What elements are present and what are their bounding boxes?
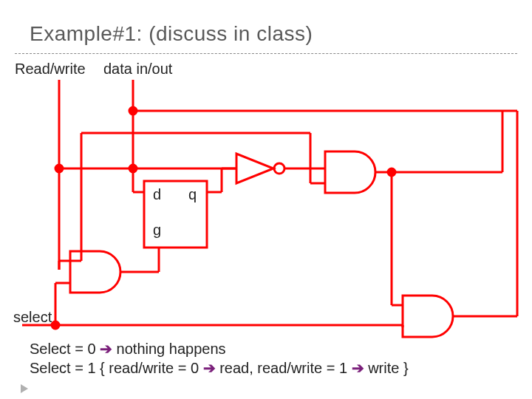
circuit-diagram bbox=[0, 0, 532, 399]
and-gate-lower-left bbox=[70, 251, 120, 293]
junction-dot bbox=[388, 168, 395, 176]
junction-dot bbox=[55, 165, 63, 172]
arrow-icon: ➔ bbox=[100, 341, 112, 357]
label-select: select bbox=[13, 309, 52, 326]
arrow-icon: ➔ bbox=[352, 360, 364, 376]
and-gate-upper-right bbox=[325, 151, 375, 193]
truth-line-1: Select = 0 ➔ nothing happens bbox=[30, 340, 226, 358]
not-gate bbox=[236, 154, 273, 183]
arrow-icon: ➔ bbox=[203, 360, 216, 376]
label-g-pin: g bbox=[153, 222, 161, 239]
junction-dot bbox=[129, 107, 137, 115]
truth-line-2: Select = 1 { read/write = 0 ➔ read, read… bbox=[30, 359, 409, 377]
slide-bullet-icon bbox=[21, 384, 28, 393]
label-q-pin: q bbox=[188, 186, 197, 203]
and-gate-lower-right bbox=[403, 296, 453, 337]
label-d-pin: d bbox=[153, 186, 161, 203]
